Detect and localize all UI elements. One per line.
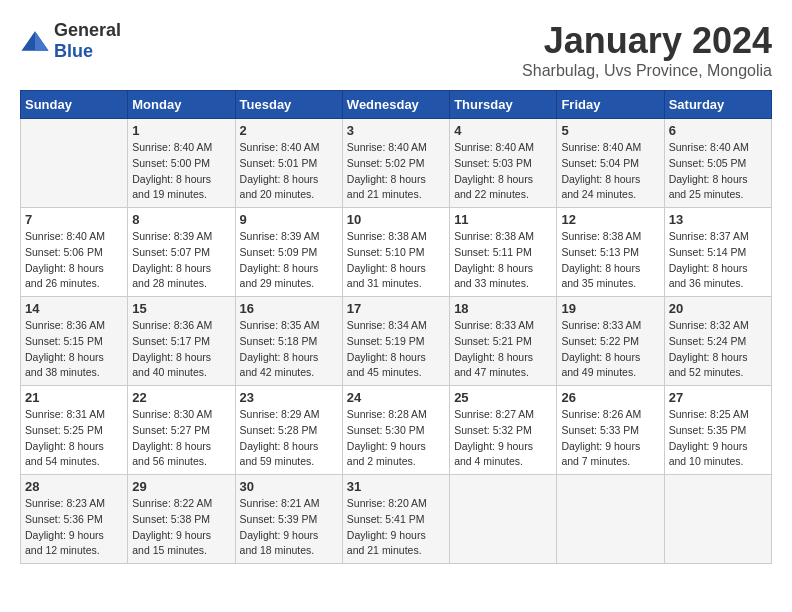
calendar-cell (664, 475, 771, 564)
day-info: Sunrise: 8:27 AMSunset: 5:32 PMDaylight:… (454, 407, 552, 470)
calendar-cell: 23Sunrise: 8:29 AMSunset: 5:28 PMDayligh… (235, 386, 342, 475)
day-info: Sunrise: 8:29 AMSunset: 5:28 PMDaylight:… (240, 407, 338, 470)
day-number: 10 (347, 212, 445, 227)
day-number: 26 (561, 390, 659, 405)
calendar-cell: 18Sunrise: 8:33 AMSunset: 5:21 PMDayligh… (450, 297, 557, 386)
calendar-cell: 7Sunrise: 8:40 AMSunset: 5:06 PMDaylight… (21, 208, 128, 297)
calendar-cell: 25Sunrise: 8:27 AMSunset: 5:32 PMDayligh… (450, 386, 557, 475)
day-info: Sunrise: 8:32 AMSunset: 5:24 PMDaylight:… (669, 318, 767, 381)
day-number: 31 (347, 479, 445, 494)
day-number: 14 (25, 301, 123, 316)
calendar-cell: 31Sunrise: 8:20 AMSunset: 5:41 PMDayligh… (342, 475, 449, 564)
day-info: Sunrise: 8:20 AMSunset: 5:41 PMDaylight:… (347, 496, 445, 559)
calendar-cell: 21Sunrise: 8:31 AMSunset: 5:25 PMDayligh… (21, 386, 128, 475)
calendar-cell: 8Sunrise: 8:39 AMSunset: 5:07 PMDaylight… (128, 208, 235, 297)
calendar-cell: 12Sunrise: 8:38 AMSunset: 5:13 PMDayligh… (557, 208, 664, 297)
day-number: 15 (132, 301, 230, 316)
days-row: SundayMondayTuesdayWednesdayThursdayFrid… (21, 91, 772, 119)
calendar-cell: 3Sunrise: 8:40 AMSunset: 5:02 PMDaylight… (342, 119, 449, 208)
day-info: Sunrise: 8:25 AMSunset: 5:35 PMDaylight:… (669, 407, 767, 470)
logo-text: General Blue (54, 20, 121, 62)
day-number: 22 (132, 390, 230, 405)
day-of-week-friday: Friday (557, 91, 664, 119)
header: General Blue January 2024 Sharbulag, Uvs… (20, 20, 772, 80)
day-number: 30 (240, 479, 338, 494)
day-number: 11 (454, 212, 552, 227)
day-info: Sunrise: 8:23 AMSunset: 5:36 PMDaylight:… (25, 496, 123, 559)
day-info: Sunrise: 8:38 AMSunset: 5:13 PMDaylight:… (561, 229, 659, 292)
day-number: 13 (669, 212, 767, 227)
calendar-cell: 5Sunrise: 8:40 AMSunset: 5:04 PMDaylight… (557, 119, 664, 208)
svg-marker-1 (35, 31, 49, 51)
calendar-table: SundayMondayTuesdayWednesdayThursdayFrid… (20, 90, 772, 564)
calendar-cell: 16Sunrise: 8:35 AMSunset: 5:18 PMDayligh… (235, 297, 342, 386)
day-number: 3 (347, 123, 445, 138)
calendar-cell: 14Sunrise: 8:36 AMSunset: 5:15 PMDayligh… (21, 297, 128, 386)
day-number: 16 (240, 301, 338, 316)
calendar-cell: 11Sunrise: 8:38 AMSunset: 5:11 PMDayligh… (450, 208, 557, 297)
day-info: Sunrise: 8:36 AMSunset: 5:15 PMDaylight:… (25, 318, 123, 381)
calendar-header: SundayMondayTuesdayWednesdayThursdayFrid… (21, 91, 772, 119)
day-number: 12 (561, 212, 659, 227)
day-number: 7 (25, 212, 123, 227)
day-info: Sunrise: 8:36 AMSunset: 5:17 PMDaylight:… (132, 318, 230, 381)
day-number: 1 (132, 123, 230, 138)
day-info: Sunrise: 8:35 AMSunset: 5:18 PMDaylight:… (240, 318, 338, 381)
calendar-cell: 26Sunrise: 8:26 AMSunset: 5:33 PMDayligh… (557, 386, 664, 475)
day-info: Sunrise: 8:39 AMSunset: 5:07 PMDaylight:… (132, 229, 230, 292)
day-number: 27 (669, 390, 767, 405)
day-info: Sunrise: 8:40 AMSunset: 5:02 PMDaylight:… (347, 140, 445, 203)
day-number: 17 (347, 301, 445, 316)
day-info: Sunrise: 8:37 AMSunset: 5:14 PMDaylight:… (669, 229, 767, 292)
day-of-week-monday: Monday (128, 91, 235, 119)
calendar-cell (21, 119, 128, 208)
day-number: 20 (669, 301, 767, 316)
month-title: January 2024 (522, 20, 772, 62)
day-info: Sunrise: 8:30 AMSunset: 5:27 PMDaylight:… (132, 407, 230, 470)
day-info: Sunrise: 8:38 AMSunset: 5:10 PMDaylight:… (347, 229, 445, 292)
calendar-cell: 13Sunrise: 8:37 AMSunset: 5:14 PMDayligh… (664, 208, 771, 297)
day-number: 4 (454, 123, 552, 138)
calendar-cell: 1Sunrise: 8:40 AMSunset: 5:00 PMDaylight… (128, 119, 235, 208)
day-info: Sunrise: 8:28 AMSunset: 5:30 PMDaylight:… (347, 407, 445, 470)
day-info: Sunrise: 8:33 AMSunset: 5:22 PMDaylight:… (561, 318, 659, 381)
day-number: 25 (454, 390, 552, 405)
calendar-body: 1Sunrise: 8:40 AMSunset: 5:00 PMDaylight… (21, 119, 772, 564)
day-of-week-tuesday: Tuesday (235, 91, 342, 119)
day-info: Sunrise: 8:40 AMSunset: 5:06 PMDaylight:… (25, 229, 123, 292)
day-of-week-saturday: Saturday (664, 91, 771, 119)
calendar-cell: 10Sunrise: 8:38 AMSunset: 5:10 PMDayligh… (342, 208, 449, 297)
day-info: Sunrise: 8:22 AMSunset: 5:38 PMDaylight:… (132, 496, 230, 559)
day-info: Sunrise: 8:39 AMSunset: 5:09 PMDaylight:… (240, 229, 338, 292)
day-of-week-sunday: Sunday (21, 91, 128, 119)
day-number: 2 (240, 123, 338, 138)
calendar-cell (450, 475, 557, 564)
week-row-2: 7Sunrise: 8:40 AMSunset: 5:06 PMDaylight… (21, 208, 772, 297)
calendar-cell: 22Sunrise: 8:30 AMSunset: 5:27 PMDayligh… (128, 386, 235, 475)
day-number: 21 (25, 390, 123, 405)
day-of-week-thursday: Thursday (450, 91, 557, 119)
logo-blue: Blue (54, 41, 93, 61)
day-info: Sunrise: 8:40 AMSunset: 5:01 PMDaylight:… (240, 140, 338, 203)
calendar-cell: 24Sunrise: 8:28 AMSunset: 5:30 PMDayligh… (342, 386, 449, 475)
location-title: Sharbulag, Uvs Province, Mongolia (522, 62, 772, 80)
day-number: 5 (561, 123, 659, 138)
logo: General Blue (20, 20, 121, 62)
day-number: 24 (347, 390, 445, 405)
calendar-cell: 2Sunrise: 8:40 AMSunset: 5:01 PMDaylight… (235, 119, 342, 208)
calendar-cell: 27Sunrise: 8:25 AMSunset: 5:35 PMDayligh… (664, 386, 771, 475)
day-number: 8 (132, 212, 230, 227)
day-info: Sunrise: 8:21 AMSunset: 5:39 PMDaylight:… (240, 496, 338, 559)
calendar-cell: 9Sunrise: 8:39 AMSunset: 5:09 PMDaylight… (235, 208, 342, 297)
day-info: Sunrise: 8:31 AMSunset: 5:25 PMDaylight:… (25, 407, 123, 470)
calendar-cell: 20Sunrise: 8:32 AMSunset: 5:24 PMDayligh… (664, 297, 771, 386)
week-row-4: 21Sunrise: 8:31 AMSunset: 5:25 PMDayligh… (21, 386, 772, 475)
day-info: Sunrise: 8:38 AMSunset: 5:11 PMDaylight:… (454, 229, 552, 292)
day-of-week-wednesday: Wednesday (342, 91, 449, 119)
title-area: January 2024 Sharbulag, Uvs Province, Mo… (522, 20, 772, 80)
logo-icon (20, 29, 50, 53)
logo-general: General (54, 20, 121, 40)
calendar-cell: 15Sunrise: 8:36 AMSunset: 5:17 PMDayligh… (128, 297, 235, 386)
day-info: Sunrise: 8:40 AMSunset: 5:03 PMDaylight:… (454, 140, 552, 203)
day-number: 9 (240, 212, 338, 227)
